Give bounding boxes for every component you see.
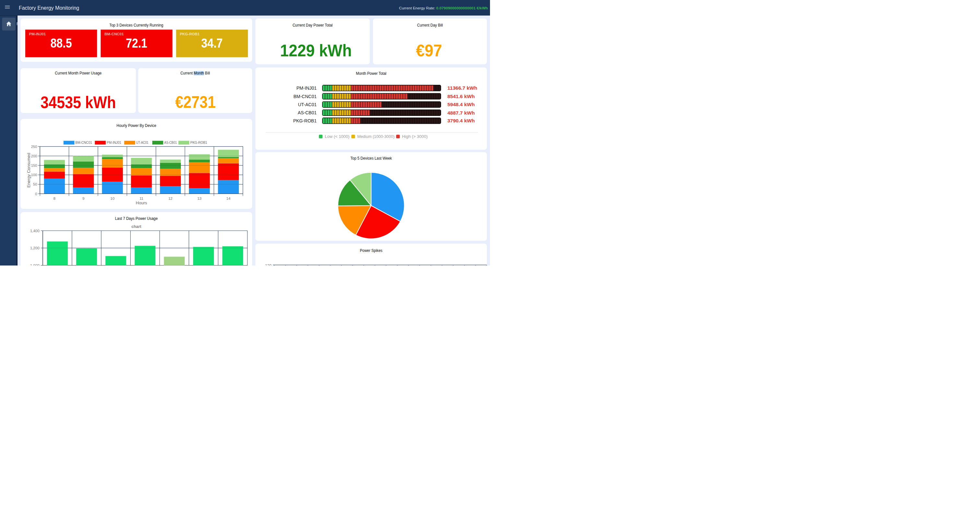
svg-text:Low (< 1000): Low (< 1000) bbox=[325, 134, 349, 139]
svg-text:9: 9 bbox=[82, 197, 84, 200]
svg-text:72.1: 72.1 bbox=[126, 36, 147, 50]
svg-text:34535 kWh: 34535 kWh bbox=[40, 93, 116, 112]
svg-text:200: 200 bbox=[31, 154, 37, 158]
svg-text:BM-CNC01: BM-CNC01 bbox=[75, 141, 92, 144]
svg-text:8541.6 kWh: 8541.6 kWh bbox=[447, 94, 475, 99]
svg-text:130: 130 bbox=[265, 263, 272, 265]
svg-text:1,000: 1,000 bbox=[30, 263, 40, 265]
svg-text:250: 250 bbox=[31, 145, 37, 149]
svg-text:Current Day Power Total: Current Day Power Total bbox=[293, 23, 333, 27]
svg-text:BM-CNC01: BM-CNC01 bbox=[293, 94, 317, 99]
svg-text:Current Day Bill: Current Day Bill bbox=[417, 23, 443, 27]
svg-text:UT-AC01: UT-AC01 bbox=[136, 141, 148, 144]
svg-text:PKG-ROB1: PKG-ROB1 bbox=[180, 32, 200, 36]
svg-text:3790.4 kWh: 3790.4 kWh bbox=[447, 118, 475, 124]
svg-text:PM-INJ01: PM-INJ01 bbox=[29, 32, 46, 36]
svg-text:100: 100 bbox=[31, 173, 37, 177]
svg-text:Medium (1000-3000): Medium (1000-3000) bbox=[357, 134, 395, 139]
svg-text:Power Spikes: Power Spikes bbox=[360, 248, 383, 253]
svg-text:PKG-ROB1: PKG-ROB1 bbox=[293, 118, 317, 124]
svg-text:UT-AC01: UT-AC01 bbox=[298, 102, 317, 107]
svg-text:Current Energy Rate: 0.0790900: Current Energy Rate: 0.07909000000000001… bbox=[399, 6, 488, 10]
svg-text:88.5: 88.5 bbox=[51, 36, 72, 50]
svg-text:Current Month Bill: Current Month Bill bbox=[180, 71, 210, 75]
svg-text:150: 150 bbox=[31, 163, 37, 167]
svg-text:PKG-ROB1: PKG-ROB1 bbox=[190, 141, 207, 144]
svg-text:chart: chart bbox=[131, 224, 141, 229]
svg-text:1229 kWh: 1229 kWh bbox=[280, 41, 352, 60]
svg-text:4887.7 kWh: 4887.7 kWh bbox=[447, 110, 475, 116]
svg-text:Hourly Power By Device: Hourly Power By Device bbox=[116, 123, 156, 128]
svg-text:11366.7 kWh: 11366.7 kWh bbox=[447, 85, 477, 91]
svg-text:AS-CB01: AS-CB01 bbox=[164, 141, 177, 144]
svg-text:Energy Consumed: Energy Consumed bbox=[26, 153, 31, 188]
svg-text:Top 3 Devices Currently Runnin: Top 3 Devices Currently Running bbox=[110, 23, 163, 27]
svg-text:High (> 3000): High (> 3000) bbox=[402, 134, 428, 139]
svg-text:13: 13 bbox=[197, 197, 202, 200]
svg-text:Last 7 Days Power Usage: Last 7 Days Power Usage bbox=[115, 216, 158, 221]
svg-text:1,400: 1,400 bbox=[30, 229, 40, 233]
svg-text:Top 5 Devices Last Week: Top 5 Devices Last Week bbox=[350, 156, 392, 161]
svg-text:BM-CNC01: BM-CNC01 bbox=[104, 32, 124, 36]
svg-text:€2731: €2731 bbox=[175, 93, 216, 111]
svg-text:1,200: 1,200 bbox=[30, 246, 40, 250]
svg-text:Hours: Hours bbox=[136, 200, 147, 205]
svg-text:12: 12 bbox=[168, 197, 172, 200]
svg-text:8: 8 bbox=[54, 197, 56, 200]
svg-text:0: 0 bbox=[35, 192, 37, 196]
svg-text:Month Power Total: Month Power Total bbox=[356, 71, 386, 76]
svg-text:50: 50 bbox=[33, 182, 37, 186]
svg-text:11: 11 bbox=[139, 197, 143, 200]
svg-text:14: 14 bbox=[226, 197, 231, 200]
svg-text:€97: €97 bbox=[416, 41, 442, 60]
svg-text:PM-INJ01: PM-INJ01 bbox=[296, 86, 317, 91]
svg-text:Factory Energy Monitoring: Factory Energy Monitoring bbox=[19, 5, 79, 11]
svg-text:34.7: 34.7 bbox=[201, 36, 223, 50]
svg-text:10: 10 bbox=[110, 197, 115, 200]
svg-text:PM-INJ01: PM-INJ01 bbox=[107, 141, 121, 144]
svg-text:AS-CB01: AS-CB01 bbox=[298, 110, 317, 115]
svg-text:Current Month Power Usage: Current Month Power Usage bbox=[55, 71, 102, 75]
svg-text:5948.4 kWh: 5948.4 kWh bbox=[447, 101, 475, 107]
